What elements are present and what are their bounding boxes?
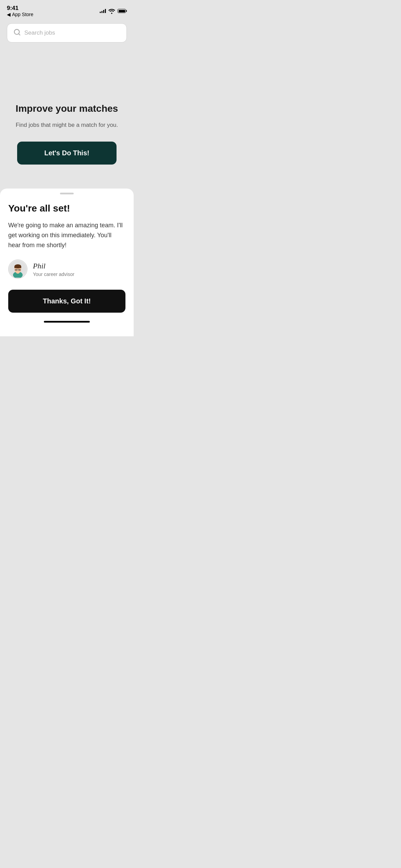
status-time: 9:41 (7, 5, 19, 12)
wifi-icon (108, 7, 116, 15)
sheet-body: We're going to make an amazing team. I'l… (8, 220, 125, 250)
signal-icon (100, 9, 106, 13)
back-arrow-icon: ◀ (7, 12, 11, 17)
status-bar: 9:41 ◀ App Store (0, 0, 134, 19)
home-indicator (44, 321, 90, 323)
advisor-info: Phil Your career advisor (33, 262, 74, 277)
search-icon (13, 28, 21, 37)
advisor-name: Phil (33, 262, 74, 270)
search-input[interactable]: Search jobs (24, 29, 120, 36)
search-container: Search jobs (0, 19, 134, 48)
app-store-nav[interactable]: ◀ App Store (7, 12, 33, 17)
lets-do-button[interactable]: Let's Do This! (17, 142, 117, 165)
battery-icon (118, 9, 127, 13)
sheet-handle (60, 193, 74, 194)
advisor-role: Your career advisor (33, 272, 74, 277)
status-left: 9:41 ◀ App Store (7, 5, 33, 17)
improve-subtitle: Find jobs that might be a match for you. (16, 121, 118, 130)
svg-line-1 (19, 34, 20, 35)
advisor-row: Phil Your career advisor (8, 260, 125, 279)
app-store-label: App Store (12, 12, 33, 17)
status-icons (100, 7, 127, 15)
svg-point-11 (16, 269, 16, 270)
sheet-title: You're all set! (8, 203, 125, 214)
improve-title: Improve your matches (16, 103, 118, 114)
bottom-sheet: You're all set! We're going to make an a… (0, 189, 134, 336)
svg-point-12 (19, 269, 20, 270)
thanks-button[interactable]: Thanks, Got It! (8, 290, 125, 313)
main-content: Improve your matches Find jobs that migh… (0, 48, 134, 185)
avatar (8, 260, 27, 279)
svg-rect-7 (14, 266, 21, 268)
search-bar[interactable]: Search jobs (7, 23, 127, 43)
